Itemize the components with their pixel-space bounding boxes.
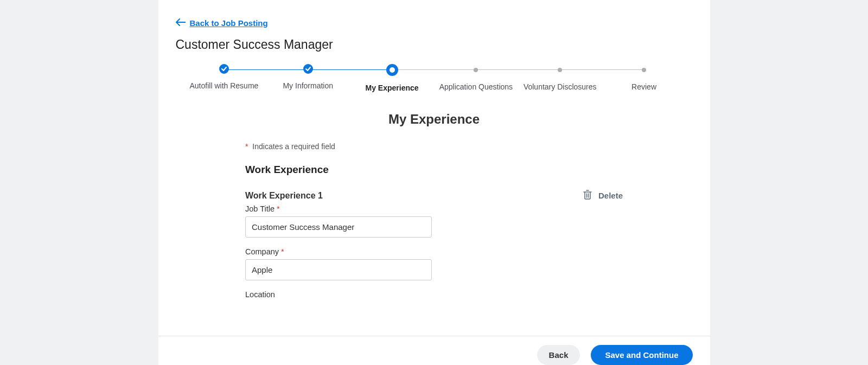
- step-application-questions[interactable]: Application Questions: [434, 64, 518, 91]
- footer-bar: Back Save and Continue: [158, 336, 710, 365]
- step-label: Application Questions: [439, 82, 513, 91]
- job-posting-title: Customer Success Manager: [176, 37, 693, 52]
- step-review[interactable]: Review: [602, 64, 686, 91]
- back-button[interactable]: Back: [537, 345, 580, 365]
- entry-title: Work Experience 1: [245, 191, 323, 201]
- section-heading: My Experience: [176, 112, 693, 127]
- application-form: Back to Job Posting Customer Success Man…: [158, 0, 710, 365]
- step-my-experience[interactable]: My Experience: [350, 64, 434, 92]
- asterisk-icon: *: [281, 247, 284, 256]
- asterisk-icon: *: [277, 204, 280, 213]
- company-input[interactable]: [245, 259, 432, 280]
- form-area: * Indicates a required field Work Experi…: [244, 142, 624, 299]
- work-experience-heading: Work Experience: [245, 164, 623, 176]
- step-label: My Experience: [366, 84, 419, 92]
- job-title-label: Job Title*: [245, 204, 623, 213]
- delete-entry-button[interactable]: Delete: [583, 190, 623, 201]
- location-label: Location: [245, 290, 623, 299]
- back-to-posting-link[interactable]: Back to Job Posting: [176, 18, 268, 28]
- save-and-continue-button[interactable]: Save and Continue: [591, 345, 692, 365]
- step-label: Autofill with Resume: [190, 81, 259, 90]
- step-my-information[interactable]: My Information: [266, 64, 350, 90]
- step-label: My Information: [283, 81, 333, 90]
- content-area: Back to Job Posting Customer Success Man…: [158, 0, 710, 365]
- back-link-label: Back to Job Posting: [190, 18, 268, 28]
- required-field-note: * Indicates a required field: [245, 142, 623, 151]
- required-note-text: Indicates a required field: [252, 142, 335, 151]
- job-title-input[interactable]: [245, 216, 432, 238]
- delete-label: Delete: [598, 191, 623, 200]
- work-experience-entry-header: Work Experience 1 Delete: [245, 190, 623, 201]
- arrow-left-icon: [176, 18, 186, 28]
- company-label: Company*: [245, 247, 623, 256]
- company-field: Company*: [245, 247, 623, 280]
- trash-icon: [583, 190, 592, 201]
- step-voluntary-disclosures[interactable]: Voluntary Disclosures: [518, 64, 602, 91]
- location-field: Location: [245, 290, 623, 299]
- asterisk-icon: *: [245, 142, 248, 151]
- progress-stepper: Autofill with Resume My Information My E…: [176, 64, 693, 92]
- job-title-field: Job Title*: [245, 204, 623, 238]
- step-label: Review: [631, 82, 656, 91]
- step-autofill[interactable]: Autofill with Resume: [182, 64, 266, 90]
- step-label: Voluntary Disclosures: [524, 82, 597, 91]
